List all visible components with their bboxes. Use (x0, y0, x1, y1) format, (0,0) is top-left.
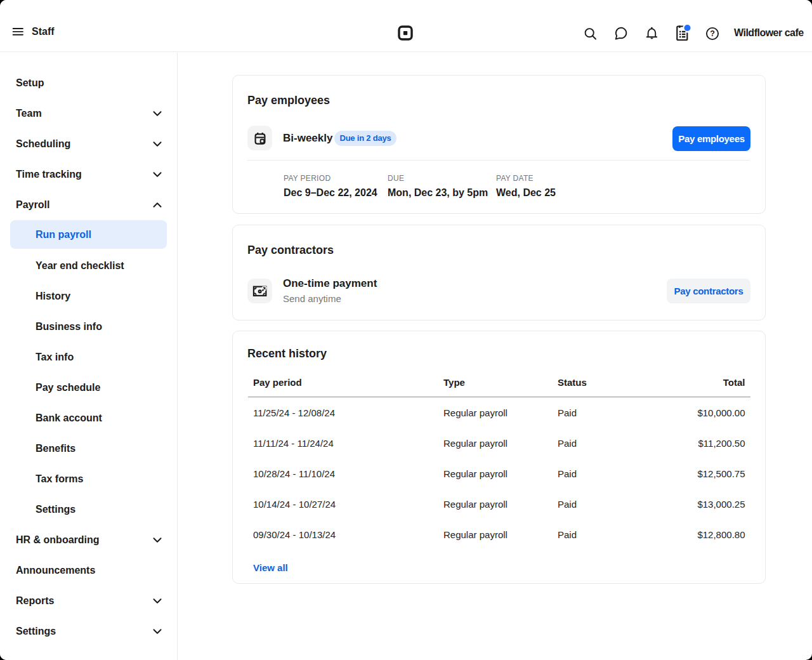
svg-text:?: ? (710, 29, 715, 38)
